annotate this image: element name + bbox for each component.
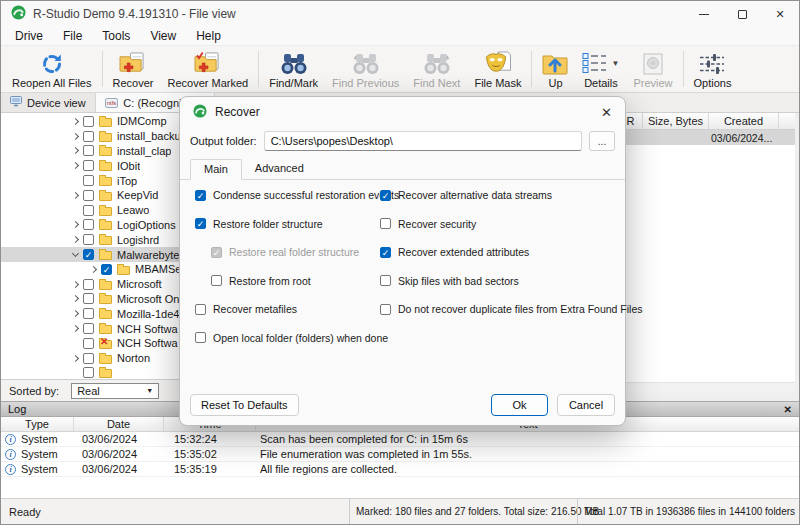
toolbar-button-reopen-all-files[interactable]: Reopen All Files <box>5 47 99 91</box>
chevron-right-icon[interactable] <box>72 133 79 140</box>
chevron-right-icon[interactable] <box>72 236 79 243</box>
option-checkbox[interactable] <box>380 304 391 315</box>
recover-option[interactable]: Do not recover duplicate files from Extr… <box>380 300 624 318</box>
chevron-right-icon[interactable] <box>72 221 79 228</box>
tree-checkbox[interactable] <box>83 190 94 201</box>
toolbar-separator <box>258 51 259 87</box>
option-checkbox[interactable] <box>195 304 206 315</box>
chevron-right-icon[interactable] <box>90 266 97 273</box>
menu-help[interactable]: Help <box>186 29 231 43</box>
chevron-right-icon[interactable] <box>72 310 79 317</box>
log-column-date[interactable]: Date <box>74 417 164 431</box>
recover-option[interactable]: Recover metafiles <box>195 300 377 318</box>
sorted-by-select[interactable]: Real ▼ <box>71 383 159 399</box>
toolbar-button-options[interactable]: Options <box>687 47 739 91</box>
option-checkbox[interactable] <box>380 275 391 286</box>
toolbar-button-find-mark[interactable]: Find/Mark <box>262 47 325 91</box>
chevron-right-icon[interactable] <box>72 325 79 332</box>
option-checkbox[interactable] <box>195 332 206 343</box>
option-checkbox[interactable] <box>195 218 206 229</box>
recover-option[interactable]: Skip files with bad sectors <box>380 272 624 290</box>
log-column-type[interactable]: Type <box>1 417 74 431</box>
menu-file[interactable]: File <box>53 29 92 43</box>
tree-checkbox[interactable] <box>83 175 94 186</box>
reset-to-defaults-button[interactable]: Reset To Defaults <box>190 394 299 416</box>
toolbar-button-up[interactable]: Up <box>535 47 575 91</box>
tree-item-label: IObit <box>117 160 140 172</box>
tree-checkbox[interactable] <box>101 264 112 275</box>
tree-checkbox[interactable] <box>83 279 94 290</box>
tree-checkbox[interactable] <box>83 145 94 156</box>
tree-checkbox[interactable] <box>83 323 94 334</box>
toolbar-button-file-mask[interactable]: File Mask <box>467 47 528 91</box>
chevron-right-icon[interactable] <box>72 162 79 169</box>
option-checkbox[interactable] <box>211 275 222 286</box>
column-header-size[interactable]: Size, Bytes <box>643 113 709 129</box>
close-log-icon[interactable]: ✕ <box>784 404 792 415</box>
toolbar-button-recover-marked[interactable]: Recover Marked <box>160 47 255 91</box>
recover-option[interactable]: Recover alternative data streams <box>380 186 624 204</box>
tree-checkbox[interactable] <box>83 293 94 304</box>
tree-checkbox[interactable] <box>83 338 94 349</box>
option-checkbox[interactable] <box>380 218 391 229</box>
toolbar-button-details[interactable]: ▼ Details <box>575 47 626 91</box>
browse-button[interactable]: ... <box>589 131 615 151</box>
tree-checkbox[interactable] <box>83 131 94 142</box>
tree-checkbox[interactable] <box>83 205 94 216</box>
chevron-right-icon[interactable] <box>72 281 79 288</box>
menu-view[interactable]: View <box>140 29 186 43</box>
menu-drive[interactable]: Drive <box>5 29 53 43</box>
recover-option[interactable]: Recover extended attributes <box>380 243 624 261</box>
dialog-tabs: Main Advanced <box>190 159 317 180</box>
menu-tools[interactable]: Tools <box>92 29 140 43</box>
chevron-right-icon[interactable] <box>72 355 79 362</box>
cancel-button[interactable]: Cancel <box>557 394 615 416</box>
option-checkbox[interactable] <box>195 190 206 201</box>
chevron-right-icon[interactable] <box>72 147 79 154</box>
tree-checkbox[interactable] <box>83 308 94 319</box>
folder-icon <box>99 295 112 304</box>
app-logo-icon <box>11 5 26 24</box>
log-row[interactable]: iSystem03/06/202415:35:19All file region… <box>1 462 799 477</box>
output-folder-input[interactable] <box>264 131 582 151</box>
find-mark-icon <box>280 50 308 77</box>
chevron-down-icon[interactable] <box>72 250 79 257</box>
option-checkbox[interactable] <box>380 247 391 258</box>
recover-option[interactable]: Restore folder structure <box>195 215 377 233</box>
option-checkbox[interactable] <box>380 190 391 201</box>
recover-option[interactable]: Open local folder (folders) when done <box>195 329 377 347</box>
tree-checkbox[interactable] <box>83 234 94 245</box>
tree-checkbox[interactable] <box>83 249 94 260</box>
tree-checkbox[interactable] <box>83 367 94 378</box>
tree-checkbox[interactable] <box>83 219 94 230</box>
toolbar-button-find-next: Find Next <box>406 47 467 91</box>
ok-button[interactable]: Ok <box>491 394 548 416</box>
tab-device-view[interactable]: Device view <box>1 93 96 112</box>
dialog-title: Recover <box>215 105 260 119</box>
column-header-created[interactable]: Created <box>709 113 779 129</box>
tree-checkbox[interactable] <box>83 116 94 127</box>
toolbar-button-recover[interactable]: Recover <box>106 47 161 91</box>
recover-option[interactable]: Condense successful restoration events <box>195 186 377 204</box>
maximize-button[interactable] <box>723 1 761 27</box>
recover-option[interactable]: Restore real folder structure <box>211 243 377 261</box>
log-row[interactable]: iSystem03/06/202415:32:24Scan has been c… <box>1 432 799 447</box>
tree-item-label: KeepVid <box>117 189 158 201</box>
recover-option[interactable]: Recover security <box>380 215 624 233</box>
app-window: R-Studio Demo 9.4.191310 - File view ✕ D… <box>0 0 800 525</box>
option-label: Skip files with bad sectors <box>398 275 519 287</box>
chevron-right-icon[interactable] <box>72 118 79 125</box>
close-button[interactable]: ✕ <box>761 1 799 27</box>
chevron-right-icon[interactable] <box>72 192 79 199</box>
chevron-down-icon[interactable]: ▼ <box>611 59 619 68</box>
tree-checkbox[interactable] <box>83 353 94 364</box>
tab-advanced[interactable]: Advanced <box>242 159 317 180</box>
log-row[interactable]: iSystem03/06/202415:35:02File enumeratio… <box>1 447 799 462</box>
minimize-button[interactable] <box>685 1 723 27</box>
tree-checkbox[interactable] <box>83 160 94 171</box>
recover-option[interactable]: Restore from root <box>211 272 377 290</box>
chevron-right-icon[interactable] <box>72 295 79 302</box>
toolbar-button-preview: Preview <box>626 47 679 91</box>
tab-main[interactable]: Main <box>190 159 242 180</box>
dialog-close-icon[interactable]: ✕ <box>601 105 612 120</box>
